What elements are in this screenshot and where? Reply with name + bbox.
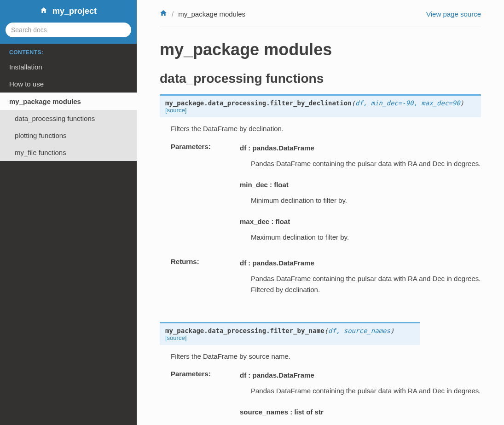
search-input[interactable]	[6, 23, 131, 37]
function-signature: my_package.data_processing.filter_by_dec…	[160, 94, 481, 117]
param-type: : list of str	[288, 408, 324, 416]
sig-name: filter_by_declination	[270, 99, 352, 107]
param-desc: A list of source names to filter the Dat…	[251, 422, 481, 425]
param-type: : pandas.DataFrame	[246, 371, 314, 379]
returns-label: Returns:	[171, 258, 231, 305]
breadcrumb-home-link[interactable]	[160, 9, 167, 18]
returns-body: df : pandas.DataFrame Pandas DataFrame c…	[240, 258, 481, 305]
param-block: df : pandas.DataFrame Pandas DataFrame c…	[240, 143, 481, 169]
page-title: my_package modules	[160, 40, 481, 59]
sidebar-item-how-to-use[interactable]: How to use	[0, 75, 137, 92]
sidebar-sub-data-processing[interactable]: data_processing functions	[0, 110, 137, 127]
param-name: min_dec	[240, 181, 268, 189]
param-type: : pandas.DataFrame	[246, 259, 314, 267]
param-desc: Maximum declination to filter by.	[251, 232, 481, 243]
source-link[interactable]: [source]	[165, 107, 186, 114]
function-description: Filters the DataFrame by declination.	[171, 124, 481, 134]
sig-name: filter_by_name	[270, 327, 324, 334]
sidebar: my_project CONTENTS: Installation How to…	[0, 0, 137, 425]
main-content: / my_package modules View page source my…	[137, 0, 504, 425]
param-desc: Pandas DataFrame containing the pulsar d…	[251, 385, 481, 396]
sig-params: df, source_names	[328, 327, 390, 334]
sig-open-paren: (	[352, 99, 355, 107]
param-name: df	[240, 259, 246, 267]
sidebar-item-installation[interactable]: Installation	[0, 58, 137, 75]
param-block: min_dec : float Minimum declination to f…	[240, 179, 481, 206]
sidebar-sub-my-file[interactable]: my_file functions	[0, 144, 137, 161]
param-block: df : pandas.DataFrame Pandas DataFrame c…	[240, 370, 481, 396]
sig-open-paren: (	[324, 327, 328, 334]
project-name: my_project	[52, 6, 97, 16]
parameters-label: Parameters:	[171, 370, 231, 425]
field-list: Parameters: df : pandas.DataFrame Pandas…	[171, 370, 481, 425]
home-icon	[160, 10, 167, 18]
field-list: Parameters: df : pandas.DataFrame Pandas…	[171, 143, 481, 305]
param-type: : float	[269, 218, 290, 225]
breadcrumb-row: / my_package modules View page source	[160, 9, 481, 27]
breadcrumb: / my_package modules	[160, 9, 245, 18]
home-icon	[40, 6, 50, 16]
sidebar-item-modules[interactable]: my_package modules	[0, 92, 137, 110]
sig-close-paren: )	[460, 99, 464, 107]
nav-caption: CONTENTS:	[0, 44, 137, 58]
sidebar-header: my_project	[0, 0, 137, 23]
view-page-source-link[interactable]: View page source	[426, 10, 481, 18]
param-desc: Pandas DataFrame containing the pulsar d…	[251, 273, 481, 295]
param-desc: Minimum declination to filter by.	[251, 195, 481, 206]
parameters-body: df : pandas.DataFrame Pandas DataFrame c…	[240, 370, 481, 425]
section-heading: data_processing functions	[160, 71, 481, 86]
param-name: df	[240, 371, 246, 379]
sig-close-paren: )	[390, 327, 394, 334]
sidebar-nav: CONTENTS: Installation How to use my_pac…	[0, 44, 137, 161]
search-container	[0, 23, 137, 44]
parameters-body: df : pandas.DataFrame Pandas DataFrame c…	[240, 143, 481, 253]
param-name: max_dec	[240, 218, 269, 225]
param-name: source_names	[240, 408, 288, 416]
breadcrumb-current: my_package modules	[178, 10, 245, 18]
source-link[interactable]: [source]	[165, 334, 186, 341]
param-block: source_names : list of str A list of sou…	[240, 407, 481, 425]
sig-params: df, min_dec=-90, max_dec=90	[355, 99, 460, 107]
param-desc: Pandas DataFrame containing the pulsar d…	[251, 158, 481, 169]
sidebar-sub-plotting[interactable]: plotting functions	[0, 127, 137, 144]
param-type: : float	[268, 181, 289, 189]
param-name: df	[240, 144, 246, 152]
breadcrumb-separator: /	[172, 10, 174, 18]
function-signature: my_package.data_processing.filter_by_nam…	[160, 322, 420, 345]
param-block: max_dec : float Maximum declination to f…	[240, 216, 481, 243]
param-type: : pandas.DataFrame	[246, 144, 314, 152]
project-home-link[interactable]: my_project	[40, 6, 97, 16]
parameters-label: Parameters:	[171, 143, 231, 253]
sig-module: my_package.data_processing.	[165, 327, 270, 334]
function-description: Filters the DataFrame by source name.	[171, 351, 481, 362]
sig-module: my_package.data_processing.	[165, 99, 270, 107]
param-block: df : pandas.DataFrame Pandas DataFrame c…	[240, 258, 481, 295]
